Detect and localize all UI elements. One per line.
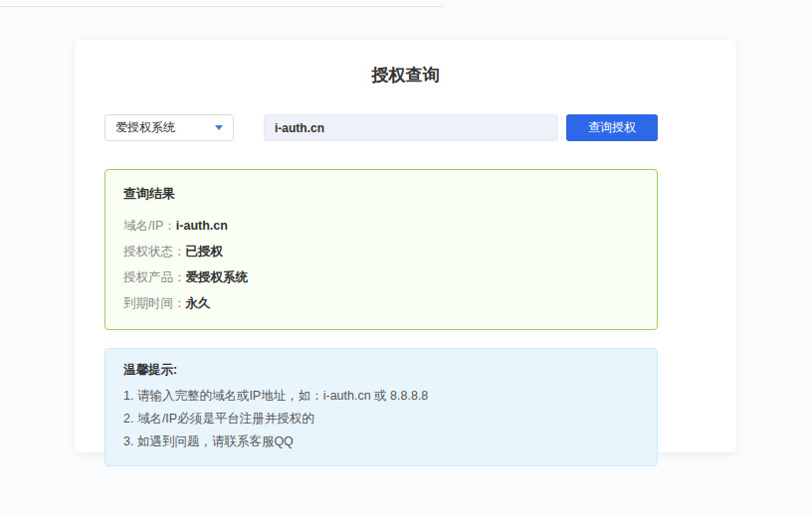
result-value-product: 爱授权系统: [186, 270, 249, 284]
card-content: 爱授权系统 查询授权 查询结果 域名/IP：i-auth.cn 授权状态：已授权…: [104, 114, 658, 466]
page-title: 授权查询: [104, 64, 707, 86]
result-label-expiry: 到期时间：: [123, 296, 186, 310]
auth-query-card: 授权查询 爱授权系统 查询授权 查询结果 域名/IP：i-auth.cn 授权状…: [75, 40, 736, 452]
result-value-domain: i-auth.cn: [176, 219, 228, 233]
result-row-product: 授权产品：爱授权系统: [123, 264, 639, 290]
result-title: 查询结果: [123, 185, 639, 203]
result-label-status: 授权状态：: [123, 245, 186, 258]
system-select[interactable]: 爱授权系统: [104, 114, 234, 141]
result-value-expiry: 永久: [186, 296, 211, 310]
domain-input[interactable]: [264, 114, 558, 141]
result-value-status: 已授权: [186, 245, 224, 258]
query-auth-button[interactable]: 查询授权: [566, 114, 658, 141]
result-row-status: 授权状态：已授权: [123, 239, 639, 264]
tips-item-3: 3. 如遇到问题，请联系客服QQ: [123, 430, 639, 453]
result-label-domain: 域名/IP：: [123, 219, 176, 233]
top-divider-line: [0, 6, 443, 7]
tips-item-1: 1. 请输入完整的域名或IP地址，如：i-auth.cn 或 8.8.8.8: [123, 385, 639, 408]
result-label-product: 授权产品：: [123, 270, 186, 284]
tips-title: 温馨提示:: [123, 362, 639, 379]
system-select-value: 爱授权系统: [115, 119, 175, 136]
query-form-row: 爱授权系统 查询授权: [104, 114, 658, 141]
tips-panel: 温馨提示: 1. 请输入完整的域名或IP地址，如：i-auth.cn 或 8.8…: [104, 348, 658, 466]
result-row-expiry: 到期时间：永久: [123, 290, 639, 316]
result-row-domain: 域名/IP：i-auth.cn: [123, 213, 639, 239]
query-result-panel: 查询结果 域名/IP：i-auth.cn 授权状态：已授权 授权产品：爱授权系统…: [104, 169, 658, 330]
chevron-down-icon: [215, 125, 223, 130]
tips-item-2: 2. 域名/IP必须是平台注册并授权的: [123, 408, 639, 430]
